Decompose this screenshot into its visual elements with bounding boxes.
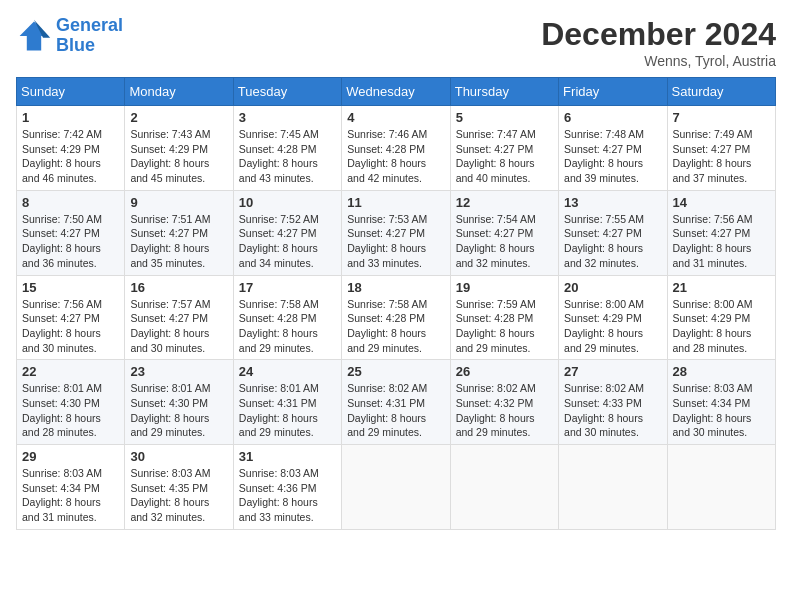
day-info: Sunrise: 8:03 AMSunset: 4:34 PMDaylight:… xyxy=(673,381,770,440)
day-info: Sunrise: 7:56 AMSunset: 4:27 PMDaylight:… xyxy=(673,212,770,271)
header-day-thursday: Thursday xyxy=(450,78,558,106)
title-section: December 2024 Wenns, Tyrol, Austria xyxy=(541,16,776,69)
day-number: 29 xyxy=(22,449,119,464)
day-number: 25 xyxy=(347,364,444,379)
day-number: 8 xyxy=(22,195,119,210)
week-row-2: 8Sunrise: 7:50 AMSunset: 4:27 PMDaylight… xyxy=(17,190,776,275)
day-info: Sunrise: 8:03 AMSunset: 4:34 PMDaylight:… xyxy=(22,466,119,525)
day-info: Sunrise: 7:59 AMSunset: 4:28 PMDaylight:… xyxy=(456,297,553,356)
day-number: 17 xyxy=(239,280,336,295)
day-number: 24 xyxy=(239,364,336,379)
day-cell-31: 31Sunrise: 8:03 AMSunset: 4:36 PMDayligh… xyxy=(233,445,341,530)
day-info: Sunrise: 7:53 AMSunset: 4:27 PMDaylight:… xyxy=(347,212,444,271)
day-number: 13 xyxy=(564,195,661,210)
day-number: 28 xyxy=(673,364,770,379)
day-number: 3 xyxy=(239,110,336,125)
day-cell-22: 22Sunrise: 8:01 AMSunset: 4:30 PMDayligh… xyxy=(17,360,125,445)
day-number: 23 xyxy=(130,364,227,379)
day-info: Sunrise: 7:57 AMSunset: 4:27 PMDaylight:… xyxy=(130,297,227,356)
location: Wenns, Tyrol, Austria xyxy=(541,53,776,69)
day-number: 27 xyxy=(564,364,661,379)
day-cell-30: 30Sunrise: 8:03 AMSunset: 4:35 PMDayligh… xyxy=(125,445,233,530)
day-cell-11: 11Sunrise: 7:53 AMSunset: 4:27 PMDayligh… xyxy=(342,190,450,275)
day-cell-25: 25Sunrise: 8:02 AMSunset: 4:31 PMDayligh… xyxy=(342,360,450,445)
day-cell-20: 20Sunrise: 8:00 AMSunset: 4:29 PMDayligh… xyxy=(559,275,667,360)
day-number: 9 xyxy=(130,195,227,210)
day-number: 2 xyxy=(130,110,227,125)
day-number: 18 xyxy=(347,280,444,295)
day-info: Sunrise: 8:02 AMSunset: 4:32 PMDaylight:… xyxy=(456,381,553,440)
logo-icon xyxy=(16,18,52,54)
day-info: Sunrise: 8:00 AMSunset: 4:29 PMDaylight:… xyxy=(673,297,770,356)
day-cell-1: 1Sunrise: 7:42 AMSunset: 4:29 PMDaylight… xyxy=(17,106,125,191)
day-number: 19 xyxy=(456,280,553,295)
day-info: Sunrise: 8:00 AMSunset: 4:29 PMDaylight:… xyxy=(564,297,661,356)
day-info: Sunrise: 8:01 AMSunset: 4:30 PMDaylight:… xyxy=(22,381,119,440)
week-row-3: 15Sunrise: 7:56 AMSunset: 4:27 PMDayligh… xyxy=(17,275,776,360)
day-cell-23: 23Sunrise: 8:01 AMSunset: 4:30 PMDayligh… xyxy=(125,360,233,445)
day-cell-13: 13Sunrise: 7:55 AMSunset: 4:27 PMDayligh… xyxy=(559,190,667,275)
day-cell-14: 14Sunrise: 7:56 AMSunset: 4:27 PMDayligh… xyxy=(667,190,775,275)
day-cell-17: 17Sunrise: 7:58 AMSunset: 4:28 PMDayligh… xyxy=(233,275,341,360)
day-info: Sunrise: 7:42 AMSunset: 4:29 PMDaylight:… xyxy=(22,127,119,186)
empty-cell xyxy=(342,445,450,530)
header-day-wednesday: Wednesday xyxy=(342,78,450,106)
day-cell-7: 7Sunrise: 7:49 AMSunset: 4:27 PMDaylight… xyxy=(667,106,775,191)
day-info: Sunrise: 8:02 AMSunset: 4:33 PMDaylight:… xyxy=(564,381,661,440)
day-number: 31 xyxy=(239,449,336,464)
header-row: SundayMondayTuesdayWednesdayThursdayFrid… xyxy=(17,78,776,106)
day-cell-9: 9Sunrise: 7:51 AMSunset: 4:27 PMDaylight… xyxy=(125,190,233,275)
day-info: Sunrise: 7:58 AMSunset: 4:28 PMDaylight:… xyxy=(239,297,336,356)
day-info: Sunrise: 7:55 AMSunset: 4:27 PMDaylight:… xyxy=(564,212,661,271)
day-info: Sunrise: 8:01 AMSunset: 4:30 PMDaylight:… xyxy=(130,381,227,440)
day-cell-12: 12Sunrise: 7:54 AMSunset: 4:27 PMDayligh… xyxy=(450,190,558,275)
day-cell-27: 27Sunrise: 8:02 AMSunset: 4:33 PMDayligh… xyxy=(559,360,667,445)
empty-cell xyxy=(450,445,558,530)
day-number: 26 xyxy=(456,364,553,379)
day-cell-6: 6Sunrise: 7:48 AMSunset: 4:27 PMDaylight… xyxy=(559,106,667,191)
header-day-sunday: Sunday xyxy=(17,78,125,106)
day-cell-2: 2Sunrise: 7:43 AMSunset: 4:29 PMDaylight… xyxy=(125,106,233,191)
day-cell-5: 5Sunrise: 7:47 AMSunset: 4:27 PMDaylight… xyxy=(450,106,558,191)
day-info: Sunrise: 8:02 AMSunset: 4:31 PMDaylight:… xyxy=(347,381,444,440)
day-info: Sunrise: 7:56 AMSunset: 4:27 PMDaylight:… xyxy=(22,297,119,356)
day-number: 7 xyxy=(673,110,770,125)
day-info: Sunrise: 7:48 AMSunset: 4:27 PMDaylight:… xyxy=(564,127,661,186)
day-cell-28: 28Sunrise: 8:03 AMSunset: 4:34 PMDayligh… xyxy=(667,360,775,445)
day-number: 30 xyxy=(130,449,227,464)
day-number: 14 xyxy=(673,195,770,210)
week-row-1: 1Sunrise: 7:42 AMSunset: 4:29 PMDaylight… xyxy=(17,106,776,191)
day-number: 6 xyxy=(564,110,661,125)
day-cell-15: 15Sunrise: 7:56 AMSunset: 4:27 PMDayligh… xyxy=(17,275,125,360)
page-header: General Blue December 2024 Wenns, Tyrol,… xyxy=(16,16,776,69)
day-number: 12 xyxy=(456,195,553,210)
day-number: 22 xyxy=(22,364,119,379)
header-day-tuesday: Tuesday xyxy=(233,78,341,106)
header-day-saturday: Saturday xyxy=(667,78,775,106)
day-info: Sunrise: 8:01 AMSunset: 4:31 PMDaylight:… xyxy=(239,381,336,440)
header-day-friday: Friday xyxy=(559,78,667,106)
week-row-4: 22Sunrise: 8:01 AMSunset: 4:30 PMDayligh… xyxy=(17,360,776,445)
day-info: Sunrise: 7:51 AMSunset: 4:27 PMDaylight:… xyxy=(130,212,227,271)
day-number: 20 xyxy=(564,280,661,295)
day-number: 11 xyxy=(347,195,444,210)
day-cell-26: 26Sunrise: 8:02 AMSunset: 4:32 PMDayligh… xyxy=(450,360,558,445)
day-cell-10: 10Sunrise: 7:52 AMSunset: 4:27 PMDayligh… xyxy=(233,190,341,275)
day-number: 10 xyxy=(239,195,336,210)
logo-text: General Blue xyxy=(56,16,123,56)
day-info: Sunrise: 7:46 AMSunset: 4:28 PMDaylight:… xyxy=(347,127,444,186)
day-info: Sunrise: 7:54 AMSunset: 4:27 PMDaylight:… xyxy=(456,212,553,271)
empty-cell xyxy=(667,445,775,530)
day-info: Sunrise: 7:45 AMSunset: 4:28 PMDaylight:… xyxy=(239,127,336,186)
calendar: SundayMondayTuesdayWednesdayThursdayFrid… xyxy=(16,77,776,530)
month-title: December 2024 xyxy=(541,16,776,53)
day-cell-3: 3Sunrise: 7:45 AMSunset: 4:28 PMDaylight… xyxy=(233,106,341,191)
day-info: Sunrise: 7:52 AMSunset: 4:27 PMDaylight:… xyxy=(239,212,336,271)
day-info: Sunrise: 7:50 AMSunset: 4:27 PMDaylight:… xyxy=(22,212,119,271)
day-cell-8: 8Sunrise: 7:50 AMSunset: 4:27 PMDaylight… xyxy=(17,190,125,275)
empty-cell xyxy=(559,445,667,530)
day-number: 1 xyxy=(22,110,119,125)
day-cell-16: 16Sunrise: 7:57 AMSunset: 4:27 PMDayligh… xyxy=(125,275,233,360)
week-row-5: 29Sunrise: 8:03 AMSunset: 4:34 PMDayligh… xyxy=(17,445,776,530)
calendar-header: SundayMondayTuesdayWednesdayThursdayFrid… xyxy=(17,78,776,106)
